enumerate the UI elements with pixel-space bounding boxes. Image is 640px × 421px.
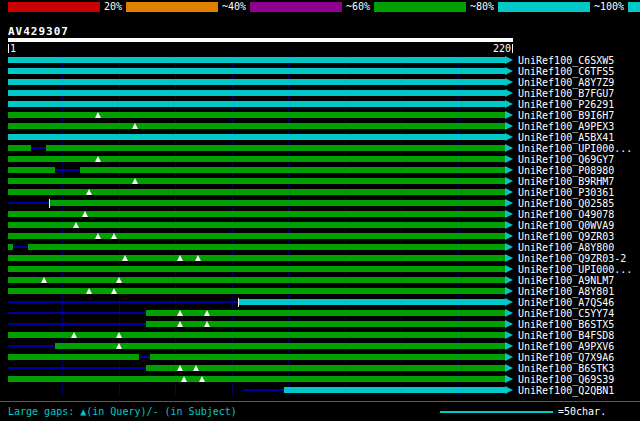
hit-label[interactable]: UniRef100_A8Y801 [518,286,614,297]
alignment-row[interactable]: UniRef100_A8Y801 [0,286,640,297]
subject-arrow-icon [505,375,513,383]
alignment-hsp-bar [8,189,505,195]
query-gap-triangle-icon [111,288,117,294]
alignment-row[interactable]: UniRef100_B4FSD8 [0,330,640,341]
ruler-start: 1 [8,43,16,54]
hit-label[interactable]: UniRef100_Q2QBN1 [518,385,614,396]
alignment-hsp-bar [284,387,505,393]
hit-label[interactable]: UniRef100_Q69GY7 [518,154,614,165]
alignment-row[interactable]: UniRef100_O49078 [0,209,640,220]
alignment-row[interactable]: UniRef100_C6TFS5 [0,66,640,77]
query-gap-triangle-icon [177,255,183,261]
alignment-row[interactable]: UniRef100_UPI000... [0,264,640,275]
hit-label[interactable]: UniRef100_Q02585 [518,198,614,209]
hit-label[interactable]: UniRef100_A8Y800 [518,242,614,253]
alignment-row[interactable]: UniRef100_P08980 [0,165,640,176]
hit-label[interactable]: UniRef100_P08980 [518,165,614,176]
alignment-row[interactable]: UniRef100_P30361 [0,187,640,198]
subject-arrow-icon [505,177,513,185]
hit-label[interactable]: UniRef100_A9PXV6 [518,341,614,352]
alignment-row[interactable]: UniRef100_A9NLM7 [0,275,640,286]
alignment-row[interactable]: UniRef100_Q0WVA9 [0,220,640,231]
scale-label: ~40% [218,2,250,12]
hit-label[interactable]: UniRef100_C6SXW5 [518,55,614,66]
alignment-hsp-bar [8,134,505,140]
subject-arrow-icon [505,353,513,361]
subject-arrow-icon [505,309,513,317]
alignment-gap-line [31,147,47,149]
subject-arrow-icon [505,56,513,64]
hit-label[interactable]: UniRef100_B6STK3 [518,363,614,374]
query-gap-triangle-icon [73,222,79,228]
alignment-row[interactable]: UniRef100_B6STX5 [0,319,640,330]
alignment-row[interactable]: UniRef100_A8Y800 [0,242,640,253]
alignment-row[interactable]: UniRef100_B9RHM7 [0,176,640,187]
hit-label[interactable]: UniRef100_P30361 [518,187,614,198]
hit-label[interactable]: UniRef100_O49078 [518,209,614,220]
alignment-row[interactable]: UniRef100_A5BX41 [0,132,640,143]
alignment-row[interactable]: UniRef100_Q69GY7 [0,154,640,165]
hit-label[interactable]: UniRef100_C5YY74 [518,308,614,319]
alignment-row[interactable]: UniRef100_Q69S39 [0,374,640,385]
query-gap-triangle-icon [204,310,210,316]
hit-label[interactable]: UniRef100_B4FSD8 [518,330,614,341]
alignment-hsp-bar [28,244,505,250]
hit-label[interactable]: UniRef100_A9PEX3 [518,121,614,132]
hit-label[interactable]: UniRef100_UPI000... [518,143,632,154]
boundary-tick [49,199,50,208]
hit-label[interactable]: UniRef100_B6STX5 [518,319,614,330]
alignment-row[interactable]: UniRef100_Q2QBN1 [0,385,640,396]
query-gap-triangle-icon [95,233,101,239]
alignment-row[interactable]: UniRef100_A7QS46 [0,297,640,308]
query-gap-triangle-icon [116,277,122,283]
alignment-row[interactable]: UniRef100_Q9ZR03 [0,231,640,242]
query-gap-triangle-icon [195,255,201,261]
alignment-row[interactable]: UniRef100_Q7X9A6 [0,352,640,363]
subject-arrow-icon [505,155,513,163]
hit-label[interactable]: UniRef100_Q9ZR03 [518,231,614,242]
alignment-row[interactable]: UniRef100_B7FGU7 [0,88,640,99]
alignment-row[interactable]: UniRef100_Q9ZR03-2 [0,253,640,264]
hit-label[interactable]: UniRef100_A7QS46 [518,297,614,308]
alignment-row[interactable]: UniRef100_C5YY74 [0,308,640,319]
hit-label[interactable]: UniRef100_B9RHM7 [518,176,614,187]
alignment-row[interactable]: UniRef100_A9PEX3 [0,121,640,132]
alignment-hsp-bar [8,332,505,338]
query-gap-triangle-icon [86,288,92,294]
alignment-hsp-bar [8,90,505,96]
subject-arrow-icon [505,320,513,328]
hit-label[interactable]: UniRef100_C6TFS5 [518,66,614,77]
hit-label[interactable]: UniRef100_Q0WVA9 [518,220,614,231]
hit-label[interactable]: UniRef100_A9NLM7 [518,275,614,286]
alignment-row[interactable]: UniRef100_Q02585 [0,198,640,209]
alignment-hsp-bar [8,233,505,239]
hit-label[interactable]: UniRef100_A8Y7Z9 [518,77,614,88]
query-gap-triangle-icon [204,321,210,327]
alignment-row[interactable]: UniRef100_UPI000... [0,143,640,154]
alignment-gap-line [8,345,55,347]
scale-color-block [8,2,100,12]
subject-arrow-icon [505,243,513,251]
subject-arrow-icon [505,100,513,108]
subject-arrow-icon [505,298,513,306]
alignment-row[interactable]: UniRef100_A9PXV6 [0,341,640,352]
hit-label[interactable]: UniRef100_A5BX41 [518,132,614,143]
hit-label[interactable]: UniRef100_B7FGU7 [518,88,614,99]
alignment-row[interactable]: UniRef100_B9I6H7 [0,110,640,121]
hit-label[interactable]: UniRef100_UPI000... [518,264,632,275]
hit-label[interactable]: UniRef100_P26291 [518,99,614,110]
subject-arrow-icon [505,144,513,152]
blast-overview-screen: 20%~40%~60%~80%~100% AV429307 1 220 UniR… [0,0,640,421]
alignment-hsp-bar [146,310,505,316]
hit-label[interactable]: UniRef100_Q7X9A6 [518,352,614,363]
hit-label[interactable]: UniRef100_Q69S39 [518,374,614,385]
large-gaps-legend: Large gaps: ▲(in Query)/- (in Subject) [8,406,237,417]
alignment-row[interactable]: UniRef100_B6STK3 [0,363,640,374]
hit-label[interactable]: UniRef100_B9I6H7 [518,110,614,121]
hit-label[interactable]: UniRef100_Q9ZR03-2 [518,253,626,264]
query-gap-triangle-icon [177,365,183,371]
alignment-row[interactable]: UniRef100_A8Y7Z9 [0,77,640,88]
alignment-row[interactable]: UniRef100_P26291 [0,99,640,110]
query-gap-triangle-icon [132,123,138,129]
alignment-row[interactable]: UniRef100_C6SXW5 [0,55,640,66]
